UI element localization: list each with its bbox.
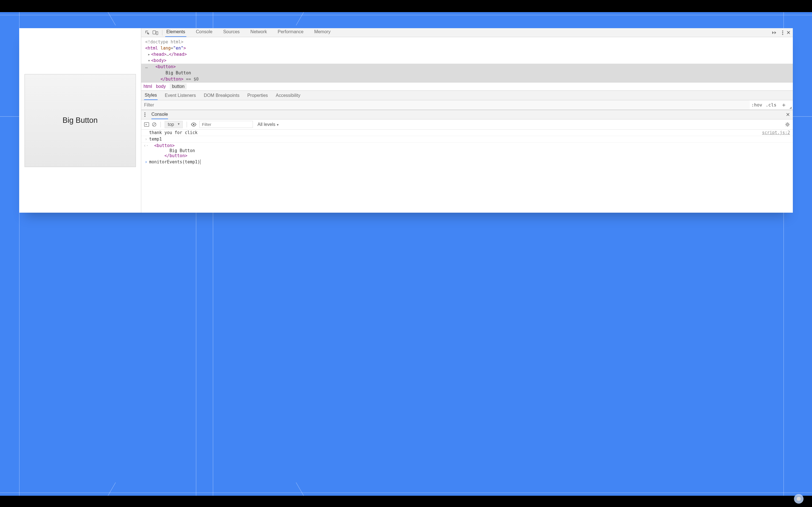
subtab-styles[interactable]: Styles xyxy=(144,91,158,100)
elements-subtabs: Styles Event Listeners DOM Breakpoints P… xyxy=(141,91,793,100)
console-log-source[interactable]: script.js:2 xyxy=(762,130,790,135)
subtab-properties[interactable]: Properties xyxy=(247,91,268,100)
console-history-output: <button> Big Button </button> xyxy=(149,143,790,158)
console-history-input-row[interactable]: › temp1 xyxy=(141,136,793,143)
dom-gutter-ellipsis[interactable]: … xyxy=(145,64,148,69)
hov-toggle[interactable]: :hov xyxy=(750,102,764,108)
subtab-accessibility[interactable]: Accessibility xyxy=(275,91,301,100)
app-window: Big Button Elements Console Sources Netw… xyxy=(19,28,793,213)
devtools-tabs: Elements Console Sources Network Perform… xyxy=(165,28,769,37)
big-button[interactable]: Big Button xyxy=(24,74,136,167)
svg-point-4 xyxy=(782,34,783,35)
drawer-menu-icon[interactable] xyxy=(144,112,146,117)
console-sidebar-toggle-icon[interactable] xyxy=(144,122,149,127)
crumb-html[interactable]: html xyxy=(144,84,152,89)
console-current-input[interactable]: monitorEvents(temp1) xyxy=(149,159,200,165)
inspect-icon[interactable] xyxy=(144,29,151,37)
subtab-dom-breakpoints[interactable]: DOM Breakpoints xyxy=(203,91,240,100)
svg-line-10 xyxy=(153,123,155,126)
dom-line[interactable]: ▸<head>…</head> xyxy=(145,51,793,57)
tab-console[interactable]: Console xyxy=(195,28,214,37)
svg-point-2 xyxy=(782,31,783,32)
breadcrumb: html body button xyxy=(141,82,793,91)
console-filter-input[interactable] xyxy=(199,121,253,128)
devtools-panel: Elements Console Sources Network Perform… xyxy=(141,28,793,213)
big-button-label: Big Button xyxy=(63,116,98,125)
execution-context-select[interactable]: top xyxy=(165,121,183,128)
svg-point-3 xyxy=(782,32,783,33)
console-output[interactable]: thank you for click script.js:2 › temp1 … xyxy=(141,129,793,213)
console-history-input: temp1 xyxy=(149,136,790,142)
drawer-tab-console[interactable]: Console xyxy=(151,112,168,119)
svg-point-11 xyxy=(193,124,195,125)
stage: Big Button Elements Console Sources Netw… xyxy=(0,0,812,507)
console-log-text: thank you for click xyxy=(149,130,762,135)
kebab-menu-icon[interactable] xyxy=(782,30,783,35)
svg-point-12 xyxy=(786,124,788,125)
drawer-header: Console ✕ xyxy=(141,110,793,119)
styles-filter-input[interactable] xyxy=(141,100,750,110)
crumb-button[interactable]: button xyxy=(170,83,187,90)
svg-point-5 xyxy=(144,112,146,114)
styles-filter-bar: :hov .cls ＋ ◢ xyxy=(141,100,793,110)
console-settings-icon[interactable] xyxy=(785,122,790,127)
tab-network[interactable]: Network xyxy=(249,28,268,37)
tabs-overflow-icon[interactable] xyxy=(772,31,777,35)
tab-memory[interactable]: Memory xyxy=(313,28,332,37)
page-viewport: Big Button xyxy=(19,28,141,213)
tab-performance[interactable]: Performance xyxy=(276,28,305,37)
dom-line[interactable]: <!doctype html> xyxy=(145,39,793,45)
tab-elements[interactable]: Elements xyxy=(165,28,186,37)
dom-line[interactable]: ▾<body> xyxy=(145,57,793,64)
cls-toggle[interactable]: .cls xyxy=(764,102,778,108)
devtools-toolbar: Elements Console Sources Network Perform… xyxy=(141,28,793,37)
dom-tree[interactable]: <!doctype html> <html lang="en"> ▸<head>… xyxy=(141,37,793,82)
devtools-close-icon[interactable]: ✕ xyxy=(786,30,791,36)
dom-selected-node[interactable]: … <button> Big Button </button> == $0 xyxy=(141,64,793,82)
clear-console-icon[interactable] xyxy=(152,122,156,127)
subtab-event-listeners[interactable]: Event Listeners xyxy=(164,91,197,100)
crumb-body[interactable]: body xyxy=(156,84,166,89)
console-toolbar: top All levels xyxy=(141,119,793,129)
console-log-row[interactable]: thank you for click script.js:2 xyxy=(141,129,793,136)
live-expression-icon[interactable] xyxy=(191,122,197,126)
tab-sources[interactable]: Sources xyxy=(222,28,241,37)
device-toggle-icon[interactable] xyxy=(151,29,159,37)
new-style-rule-icon[interactable]: ＋ xyxy=(778,101,790,109)
svg-rect-0 xyxy=(153,31,156,34)
svg-rect-1 xyxy=(156,32,158,35)
resize-corner-icon: ◢ xyxy=(790,106,793,110)
svg-point-6 xyxy=(144,114,146,115)
dom-line[interactable]: <html lang="en"> xyxy=(145,45,793,51)
console-input-row[interactable]: › monitorEvents(temp1) xyxy=(141,159,793,165)
svg-point-7 xyxy=(144,116,146,117)
log-levels-select[interactable]: All levels xyxy=(257,122,279,127)
drawer-close-icon[interactable]: ✕ xyxy=(786,112,790,118)
chrome-logo-icon xyxy=(794,494,804,504)
console-history-output-row[interactable]: ‹· <button> Big Button </button> xyxy=(141,143,793,159)
